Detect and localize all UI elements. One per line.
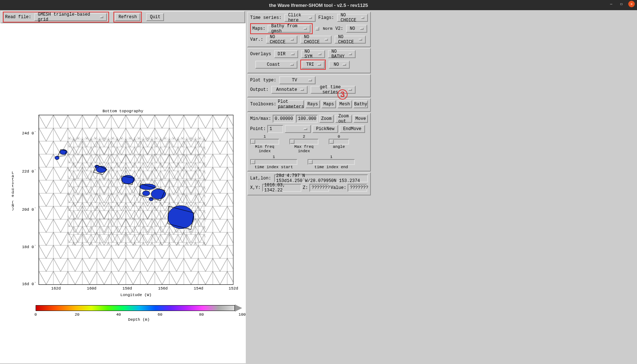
time-start-label: time index start	[250, 165, 297, 169]
max-freq-slider[interactable]	[289, 139, 318, 145]
value-label: Value:	[330, 185, 346, 190]
latlon-label: Lat,lon:	[250, 176, 271, 181]
svg-point-6	[121, 175, 135, 184]
point-input[interactable]: 1	[267, 125, 283, 133]
min-freq-slider[interactable]	[250, 139, 279, 145]
quit-button[interactable]: Quit	[146, 13, 164, 21]
y-axis-ticks: 24d 0` 22d 0` 20d 0` 18d 0` 16d 0`	[16, 115, 37, 285]
zoom-button[interactable]: Zoom	[319, 115, 334, 123]
chevron-down-icon	[309, 17, 312, 19]
time-end-slider[interactable]	[308, 159, 355, 165]
slider-max-freq-value: 2	[289, 134, 318, 139]
refresh-button[interactable]: Refresh	[115, 13, 140, 21]
svg-point-7	[140, 184, 156, 190]
close-icon[interactable]: ✕	[628, 1, 635, 7]
maximize-icon[interactable]: ◻	[618, 1, 625, 7]
slider-angle-value: 0	[329, 134, 349, 139]
plot-type-dropdown[interactable]: TV	[279, 76, 316, 84]
point-label: Point:	[250, 126, 266, 132]
chevron-down-icon	[342, 64, 346, 66]
svg-rect-1	[68, 137, 206, 246]
overlay-coast-dropdown[interactable]: Coast	[255, 61, 297, 69]
chevron-down-icon	[304, 128, 307, 130]
colorbar-label: Depth (m)	[36, 318, 242, 322]
plot-title: Bottom topography	[0, 109, 246, 113]
x-axis-ticks: 162d 160d 158d 156d 154d 152d	[39, 286, 233, 292]
slider-min-freq-value: 1	[250, 134, 279, 139]
slider-time-start-value: 1	[250, 155, 297, 159]
norm-label: Norm	[323, 27, 332, 31]
maps-dropdown[interactable]: Bathy from gmsh	[268, 25, 311, 33]
toolboxes-label: Toolboxes:	[250, 102, 276, 107]
chevron-down-icon	[300, 89, 304, 91]
z-colorbar-ticks: 1000 800 600 400 200 0	[227, 115, 233, 285]
zoom-out-button[interactable]: Zoom out	[335, 115, 352, 123]
chevron-down-icon	[291, 39, 294, 41]
latlon-input[interactable]: 28d 4.797`N 153d14.250`W/28.079950N 153.…	[274, 174, 368, 182]
var3-dropdown[interactable]: NO CHOICE	[334, 36, 366, 44]
time-end-label: time index end	[308, 165, 355, 169]
flags-dropdown[interactable]: NO CHOICE	[337, 14, 368, 22]
svg-point-8	[143, 191, 150, 196]
read-file-dropdown[interactable]: GMESH triangle-based grid	[34, 13, 107, 21]
y-axis-label: Latitude(N)	[12, 171, 14, 211]
chevron-down-icon	[291, 53, 295, 55]
move-button[interactable]: Move	[353, 115, 368, 123]
var1-dropdown[interactable]: NO CHOICE	[266, 36, 297, 44]
toolbox-mesh-button[interactable]: Mesh	[337, 100, 352, 108]
maps-label: Maps:	[252, 26, 265, 31]
v2-label: V2:	[335, 26, 343, 31]
picknew-button[interactable]: PickNew	[312, 125, 338, 133]
x-axis-label: Longitude (W)	[39, 293, 233, 297]
xy-label: X,Y:	[250, 185, 261, 190]
toolbox-rays-button[interactable]: Rays	[305, 100, 320, 108]
minimize-icon[interactable]: —	[608, 1, 614, 7]
chevron-down-icon	[308, 79, 312, 81]
overlay-dir-dropdown[interactable]: DIR	[274, 50, 298, 58]
var2-dropdown[interactable]: NO CHOICE	[300, 36, 332, 44]
bathymetry-chart[interactable]: 1000 800 600 400 200 0	[39, 115, 233, 285]
time-series-label: Time series:	[250, 15, 281, 20]
toolbox-plot-parameters-button[interactable]: Plot parameters	[278, 100, 304, 108]
z-input[interactable]: ???????	[309, 184, 329, 192]
overlay-tri-dropdown[interactable]: TRI	[301, 61, 325, 69]
output-annotate-dropdown[interactable]: Annotate	[271, 86, 308, 94]
chevron-down-icon	[359, 39, 362, 41]
colorbar-arrow-icon	[235, 304, 242, 312]
chevron-down-icon	[360, 28, 364, 30]
point-blank-dropdown[interactable]	[285, 125, 311, 133]
chevron-down-icon	[317, 64, 321, 66]
angle-slider[interactable]	[329, 139, 349, 145]
norm-checkbox[interactable]	[316, 27, 319, 31]
minmax-label: Min/max:	[250, 116, 271, 121]
z-label: Z:	[303, 185, 308, 190]
colorbar-ticks: 0 20 40 60 80 100	[36, 312, 244, 318]
xy-input[interactable]: 1016.03, 1342.22	[262, 184, 301, 192]
chevron-down-icon	[304, 28, 307, 30]
toolbox-maps-button[interactable]: Maps	[321, 100, 336, 108]
colorbar	[36, 305, 235, 311]
read-file-value: GMESH triangle-based grid	[38, 12, 98, 22]
slider-time-end-value: 1	[308, 155, 355, 159]
chevron-down-icon	[348, 89, 352, 91]
time-start-slider[interactable]	[250, 159, 297, 165]
plot-type-label: Plot type:	[250, 78, 276, 83]
overlay-nosym-dropdown[interactable]: NO SYM	[301, 50, 325, 58]
overlay-no-dropdown[interactable]: NO	[329, 61, 350, 69]
output-get-time-series-dropdown[interactable]: get time series	[311, 86, 356, 94]
window-title: the Wave Ifremer-SHOM tool - v2.5 - rev1…	[269, 3, 368, 8]
value-input[interactable]: ???????	[348, 184, 367, 192]
min-input[interactable]: 0.00000	[273, 115, 295, 123]
chevron-down-icon	[349, 53, 352, 55]
toolbox-bathy-button[interactable]: Bathy	[353, 100, 368, 108]
v2-dropdown[interactable]: NO	[346, 25, 367, 33]
chevron-down-icon	[318, 53, 321, 55]
chevron-down-icon	[325, 39, 328, 41]
max-freq-label: Max freq index	[289, 145, 318, 153]
svg-point-3	[55, 156, 59, 160]
max-input[interactable]: 100.000	[296, 115, 318, 123]
overlay-nobathy-dropdown[interactable]: NO BATHY	[328, 50, 356, 58]
endmove-button[interactable]: EndMove	[340, 125, 365, 133]
svg-point-11	[168, 206, 194, 229]
time-series-dropdown[interactable]: Click here	[284, 14, 315, 22]
